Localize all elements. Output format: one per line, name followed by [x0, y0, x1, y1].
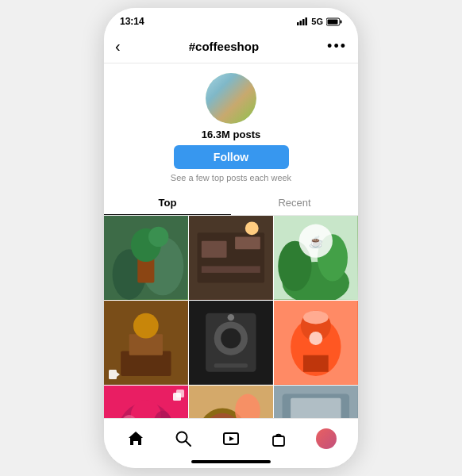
back-button[interactable]: ‹	[115, 37, 121, 56]
svg-point-18	[245, 221, 259, 235]
svg-rect-41	[303, 355, 329, 372]
home-indicator	[191, 460, 271, 463]
svg-rect-30	[109, 370, 117, 379]
svg-rect-15	[202, 241, 227, 258]
grid-cell-9[interactable]	[274, 386, 358, 418]
grid-cell-1[interactable]	[104, 216, 188, 300]
grid-cell-3[interactable]: ☕	[274, 216, 358, 300]
header-title: #coffeeshop	[189, 40, 259, 53]
svg-rect-16	[235, 236, 260, 249]
home-indicator-bar	[104, 458, 358, 468]
svg-point-37	[228, 314, 234, 321]
battery-icon	[326, 17, 342, 26]
tab-recent[interactable]: Recent	[231, 190, 358, 215]
status-bar: 13:14 5G	[104, 8, 358, 30]
grid-cell-2[interactable]	[189, 216, 273, 300]
phone-frame: 13:14 5G ‹ #coffeeshop •••	[104, 8, 358, 468]
nav-search-button[interactable]	[169, 424, 198, 453]
svg-marker-31	[117, 372, 120, 377]
grid-cell-8[interactable]	[189, 386, 273, 418]
posts-count: 16.3M posts	[202, 129, 260, 140]
nav-reels-button[interactable]	[217, 424, 245, 453]
shop-icon	[270, 430, 287, 447]
nav-profile-button[interactable]	[312, 424, 341, 453]
signal-icon	[297, 17, 308, 25]
svg-rect-36	[214, 363, 248, 367]
svg-rect-0	[297, 22, 299, 25]
tabs-bar: Top Recent	[104, 190, 358, 216]
svg-rect-3	[306, 17, 308, 25]
grid-cell-7[interactable]	[104, 386, 188, 418]
grid-cell-4[interactable]	[104, 301, 188, 385]
see-posts-text: See a few top posts each week	[171, 173, 291, 182]
svg-rect-5	[341, 20, 342, 23]
multiple-icon	[173, 390, 184, 401]
svg-point-43	[303, 311, 329, 324]
nav-shop-button[interactable]	[264, 424, 293, 453]
grid-cell-5[interactable]	[189, 301, 273, 385]
reels-icon	[222, 430, 240, 447]
profile-section: 16.3M posts Follow See a few top posts e…	[104, 63, 358, 190]
avatar-image	[206, 73, 256, 124]
status-time: 13:14	[120, 16, 144, 27]
svg-point-12	[148, 227, 168, 247]
svg-rect-50	[176, 390, 184, 397]
avatar	[206, 73, 256, 124]
svg-rect-2	[302, 19, 305, 25]
svg-point-35	[221, 328, 241, 348]
tab-top[interactable]: Top	[104, 190, 231, 215]
bottom-navigation	[104, 418, 358, 458]
app-header: ‹ #coffeeshop •••	[104, 30, 358, 63]
follow-button[interactable]: Follow	[174, 145, 289, 169]
network-label: 5G	[311, 17, 323, 26]
more-options-button[interactable]: •••	[327, 38, 347, 55]
home-icon	[127, 430, 144, 447]
svg-point-29	[133, 313, 159, 339]
photo-grid: ☕	[104, 216, 358, 418]
profile-avatar	[316, 428, 337, 449]
grid-cell-6[interactable]	[274, 301, 358, 385]
svg-rect-1	[300, 21, 302, 25]
status-icons: 5G	[297, 17, 342, 26]
svg-rect-17	[202, 266, 260, 272]
svg-rect-60	[291, 398, 341, 418]
svg-rect-6	[328, 19, 338, 24]
video-icon	[108, 368, 121, 381]
svg-text:☕: ☕	[309, 235, 324, 249]
nav-home-button[interactable]	[121, 424, 150, 453]
svg-point-42	[310, 332, 323, 345]
svg-line-87	[186, 441, 191, 446]
search-icon	[175, 430, 192, 447]
svg-marker-89	[229, 436, 234, 441]
photo-grid-container: ☕	[104, 216, 358, 418]
svg-rect-90	[273, 436, 284, 446]
